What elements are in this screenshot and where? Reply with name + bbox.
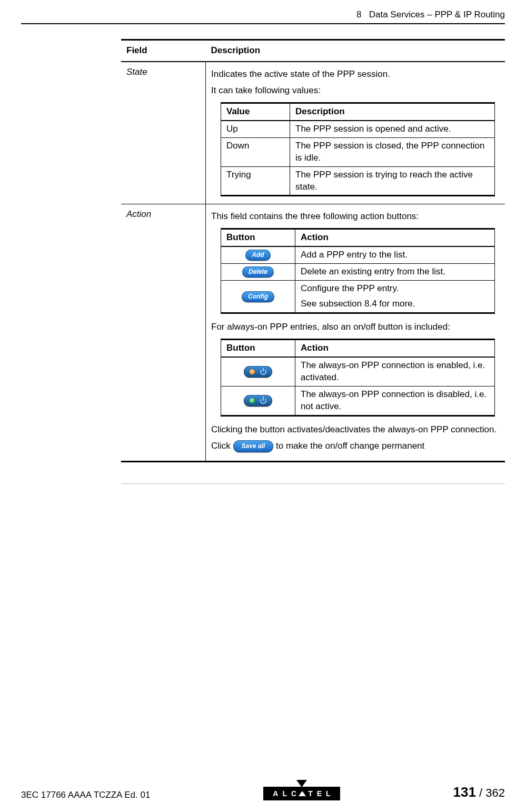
- field-action: Action: [121, 204, 206, 461]
- power-icon: [260, 369, 266, 375]
- toggle-on-button[interactable]: [244, 366, 272, 378]
- onoff-row-disabled: The always-on PPP connection is disabled…: [221, 386, 495, 415]
- col-description: Description: [206, 40, 505, 62]
- config-desc1: Configure the PPP entry.: [301, 283, 489, 295]
- action-p3: Clicking the button activates/deactivate…: [211, 424, 500, 436]
- page-footer: 3EC 17766 AAAA TCZZA Ed. 01 ALC TEL 131 …: [0, 780, 526, 800]
- action-buttons-table: Button Action Add Add a PPP entry to the…: [221, 228, 495, 314]
- page-header: 8 Data Services – PPP & IP Routing: [21, 9, 505, 24]
- onoff-enabled-desc: The always-on PPP connection is enabled,…: [295, 357, 495, 386]
- col-button2: Button: [221, 340, 295, 357]
- onoff-buttons-table: Button Action The always: [221, 339, 495, 417]
- chapter-title: Data Services – PPP & IP Routing: [369, 9, 505, 19]
- button-row-delete: Delete Delete an existing entry from the…: [221, 264, 495, 281]
- led-orange-icon: [250, 369, 255, 374]
- value-row-down: Down The PPP session is closed, the PPP …: [221, 137, 495, 166]
- action-p1: This field contains the three following …: [211, 211, 500, 223]
- button-row-config: Config Configure the PPP entry. See subs…: [221, 281, 495, 313]
- col-button: Button: [221, 229, 295, 246]
- add-desc: Add a PPP entry to the list.: [295, 246, 495, 263]
- delete-button[interactable]: Delete: [242, 266, 274, 278]
- page-sep: /: [476, 786, 485, 799]
- logo-text-right: TEL: [308, 789, 334, 798]
- save-all-button[interactable]: Save all: [233, 440, 274, 452]
- button-row-add: Add Add a PPP entry to the list.: [221, 246, 495, 263]
- p4-pre: Click: [211, 441, 233, 451]
- led-green-icon: [250, 398, 255, 403]
- col-value: Value: [221, 103, 290, 120]
- col-action2: Action: [295, 340, 495, 357]
- value-down-desc: The PPP session is closed, the PPP conne…: [290, 137, 495, 166]
- onoff-disabled-desc: The always-on PPP connection is disabled…: [295, 386, 495, 415]
- value-trying-desc: The PPP session is trying to reach the a…: [290, 166, 495, 196]
- row-action: Action This field contains the three fol…: [121, 204, 505, 461]
- toggle-off-button[interactable]: [244, 395, 272, 407]
- state-p1: Indicates the active state of the PPP se…: [211, 68, 500, 81]
- page-number: 131 / 362: [453, 784, 505, 800]
- alcatel-logo: ALC TEL: [263, 780, 340, 800]
- action-p4: Click Save all to make the on/off change…: [211, 440, 500, 452]
- value-down: Down: [226, 141, 249, 151]
- section-divider: [121, 483, 505, 484]
- doc-reference: 3EC 17766 AAAA TCZZA Ed. 01: [21, 790, 150, 800]
- onoff-row-enabled: The always-on PPP connection is enabled,…: [221, 357, 495, 386]
- logo-inner-triangle-icon: [299, 791, 306, 796]
- field-state: State: [121, 62, 206, 204]
- state-p2: It can take following values:: [211, 85, 500, 97]
- page-current: 131: [453, 784, 476, 800]
- field-description-table: Field Description State Indicates the ac…: [121, 39, 505, 462]
- value-trying: Trying: [226, 170, 251, 180]
- p4-post: to make the on/off change permanent: [276, 441, 424, 451]
- col-action: Action: [295, 229, 495, 246]
- state-values-table: Value Description Up The PPP session is …: [221, 102, 495, 197]
- config-button[interactable]: Config: [242, 291, 274, 302]
- chapter-number: 8: [356, 9, 361, 19]
- value-row-up: Up The PPP session is opened and active.: [221, 121, 495, 137]
- add-button[interactable]: Add: [245, 250, 270, 261]
- config-desc2: See subsection 8.4 for more.: [301, 298, 489, 310]
- value-up-desc: The PPP session is opened and active.: [290, 121, 495, 137]
- value-row-trying: Trying The PPP session is trying to reac…: [221, 166, 495, 196]
- row-state: State Indicates the active state of the …: [121, 62, 505, 204]
- col-field: Field: [121, 40, 206, 62]
- power-icon: [260, 398, 266, 404]
- delete-desc: Delete an existing entry from the list.: [295, 264, 495, 281]
- col-value-desc: Description: [290, 103, 495, 120]
- value-up: Up: [226, 124, 238, 134]
- action-p2: For always-on PPP entries, also an on/of…: [211, 321, 500, 333]
- logo-triangle-icon: [296, 780, 307, 787]
- logo-text-left: ALC: [273, 789, 301, 798]
- page-total: 362: [485, 786, 505, 799]
